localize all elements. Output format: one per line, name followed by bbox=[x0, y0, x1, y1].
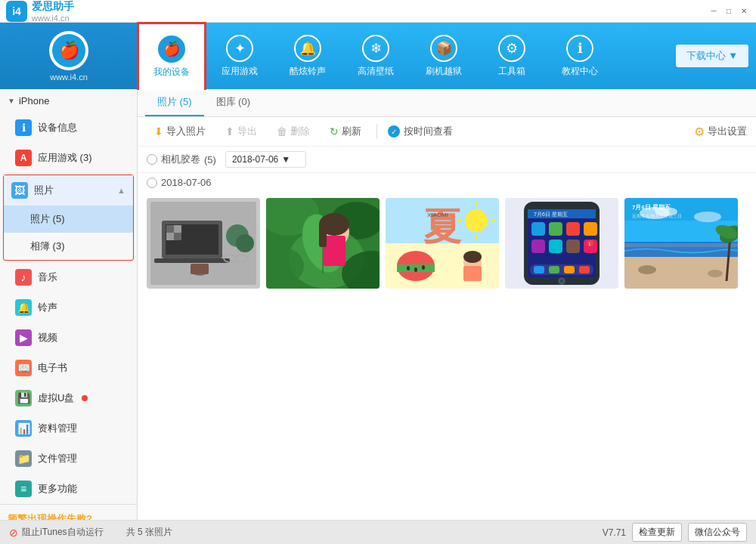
device-arrow-icon: ▼ bbox=[8, 97, 15, 105]
data-mgr-sidebar-icon: 📊 bbox=[15, 420, 32, 437]
sidebar-music-label: 音乐 bbox=[38, 270, 57, 284]
delete-button[interactable]: 🗑 删除 bbox=[269, 122, 318, 141]
more-sidebar-icon: ≡ bbox=[15, 481, 32, 497]
sidebar-item-apps[interactable]: A 应用游戏 (3) bbox=[0, 143, 137, 173]
content-toolbar: ⬇ 导入照片 ⬆ 导出 🗑 删除 ↻ 刷新 ✓ 按时间查看 ⚙ 导出 bbox=[138, 117, 756, 147]
device-info-icon: ℹ bbox=[15, 119, 32, 136]
photo-item-2[interactable] bbox=[266, 198, 380, 289]
sidebar-more-label: 更多功能 bbox=[38, 482, 77, 496]
check-update-button[interactable]: 检查更新 bbox=[632, 523, 682, 542]
sidebar-item-data-mgr[interactable]: 📊 资料管理 bbox=[0, 413, 137, 444]
nav-item-toolbox-label: 工具箱 bbox=[498, 65, 525, 78]
nav-item-wallpaper[interactable]: ❄ 高清壁纸 bbox=[342, 23, 410, 89]
sidebar-item-udisk[interactable]: 💾 虚拟U盘 bbox=[0, 383, 137, 413]
svg-rect-55 bbox=[531, 240, 545, 253]
udisk-badge bbox=[82, 395, 88, 401]
svg-text:7月6日 星期五: 7月6日 星期五 bbox=[632, 204, 671, 211]
sidebar-device-info-label: 设备信息 bbox=[38, 121, 77, 134]
nav-logo: 🍎 www.i4.cn bbox=[0, 23, 138, 89]
weixin-button[interactable]: 微信公众号 bbox=[688, 523, 747, 542]
sidebar-item-video[interactable]: ▶ 视频 bbox=[0, 323, 137, 353]
itunes-label: 阻止iTunes自动运行 bbox=[22, 526, 104, 539]
nav-item-my-device-label: 我的设备 bbox=[153, 66, 190, 79]
sidebar-device-name: iPhone bbox=[19, 95, 49, 107]
export-settings-button[interactable]: ⚙ 导出设置 bbox=[694, 125, 747, 139]
refresh-button[interactable]: ↻ 刷新 bbox=[322, 122, 369, 141]
status-itunes[interactable]: ⊘ 阻止iTunes自动运行 bbox=[9, 526, 104, 539]
sidebar-item-device-info[interactable]: ℹ 设备信息 bbox=[0, 113, 137, 143]
sidebar-item-file-mgr[interactable]: 📁 文件管理 bbox=[0, 444, 137, 474]
date-dropdown-icon: ▼ bbox=[281, 154, 290, 165]
sidebar: ▼ iPhone ℹ 设备信息 A 应用游戏 (3) 🖼 照片 ▲ 照片 (5) bbox=[0, 89, 138, 520]
svg-rect-4 bbox=[154, 258, 230, 263]
svg-point-79 bbox=[638, 265, 656, 274]
sidebar-video-label: 视频 bbox=[38, 331, 57, 345]
svg-point-73 bbox=[694, 212, 721, 222]
sidebar-device-row[interactable]: ▼ iPhone bbox=[0, 89, 137, 113]
import-icon: ⬇ bbox=[154, 125, 163, 138]
sidebar-item-photos-group[interactable]: 🖼 照片 ▲ bbox=[4, 175, 133, 206]
nav-logo-inner: 🍎 bbox=[52, 34, 85, 67]
nav-item-jailbreak[interactable]: 📦 刷机越狱 bbox=[410, 23, 478, 89]
nav-item-apps[interactable]: ✦ 应用游戏 bbox=[206, 23, 274, 89]
nav-item-tutorial[interactable]: ℹ 教程中心 bbox=[546, 23, 614, 89]
svg-text:1: 1 bbox=[589, 242, 591, 246]
titlebar: i4 爱思助手 www.i4.cn ─ □ ✕ bbox=[0, 0, 756, 23]
wallpaper-icon: ❄ bbox=[362, 35, 389, 62]
nav-logo-brand: www.i4.cn bbox=[50, 73, 88, 82]
photo-item-4[interactable]: 7月6日 星期五 1 bbox=[505, 198, 618, 289]
photo-item-3[interactable]: 夏 XIAOMI bbox=[386, 198, 499, 289]
sidebar-albums-sub-label: 相簿 (3) bbox=[30, 240, 65, 253]
svg-rect-64 bbox=[564, 266, 575, 274]
svg-rect-15 bbox=[174, 233, 181, 240]
download-center-button[interactable]: 下载中心 ▼ bbox=[676, 45, 748, 67]
problem-button[interactable]: 频繁出现操作失败? bbox=[8, 512, 92, 520]
filter-row: 相机胶卷 (5) 2018-07-06 ▼ bbox=[138, 147, 756, 173]
ringtones-icon: 🔔 bbox=[294, 35, 321, 62]
close-button[interactable]: ✕ bbox=[738, 5, 750, 17]
window-controls: ─ □ ✕ bbox=[708, 5, 750, 17]
ringtones-sidebar-icon: 🔔 bbox=[15, 299, 32, 316]
sidebar-item-music[interactable]: ♪ 音乐 bbox=[0, 262, 137, 292]
svg-point-36 bbox=[414, 267, 417, 272]
camera-roll-radio-circle bbox=[147, 154, 157, 165]
delete-icon: 🗑 bbox=[277, 125, 287, 138]
sidebar-photos-label: 照片 bbox=[34, 184, 54, 197]
sidebar-item-more[interactable]: ≡ 更多功能 bbox=[0, 474, 137, 504]
date-group-radio[interactable] bbox=[147, 178, 157, 188]
svg-text:近期常去地点五月花三日: 近期常去地点五月花三日 bbox=[632, 214, 682, 218]
tab-gallery[interactable]: 图库 (0) bbox=[204, 89, 263, 116]
nav-item-jailbreak-label: 刷机越狱 bbox=[426, 65, 462, 78]
photo-item-5[interactable]: 7月6日 星期五 近期常去地点五月花三日 bbox=[624, 198, 738, 289]
status-photo-count: 共 5 张照片 bbox=[126, 526, 172, 539]
nav-logo-circle: 🍎 bbox=[49, 31, 88, 70]
sidebar-item-albums-sub[interactable]: 相簿 (3) bbox=[4, 233, 133, 260]
file-mgr-sidebar-icon: 📁 bbox=[15, 450, 32, 467]
status-right-area: V7.71 检查更新 微信公众号 bbox=[603, 523, 747, 542]
video-sidebar-icon: ▶ bbox=[15, 329, 32, 346]
export-button[interactable]: ⬆ 导出 bbox=[218, 122, 265, 141]
maximize-button[interactable]: □ bbox=[723, 5, 735, 17]
photo-item-1[interactable] bbox=[147, 198, 260, 289]
minimize-button[interactable]: ─ bbox=[708, 5, 720, 17]
toolbox-icon: ⚙ bbox=[498, 35, 525, 62]
date-select[interactable]: 2018-07-06 ▼ bbox=[225, 151, 306, 168]
sidebar-item-ringtones[interactable]: 🔔 铃声 bbox=[0, 292, 137, 323]
nav-item-ringtones[interactable]: 🔔 酷炫铃声 bbox=[274, 23, 342, 89]
import-photos-button[interactable]: ⬇ 导入照片 bbox=[147, 122, 213, 141]
time-view-checkbox[interactable]: ✓ 按时间查看 bbox=[388, 125, 453, 138]
tutorial-icon: ℹ bbox=[566, 35, 593, 62]
sidebar-item-ebook[interactable]: 📖 电子书 bbox=[0, 353, 137, 383]
svg-rect-62 bbox=[534, 266, 544, 274]
camera-roll-radio[interactable]: 相机胶卷 (5) bbox=[147, 153, 216, 166]
nav-item-my-device[interactable]: 🍎 我的设备 bbox=[138, 23, 206, 89]
tab-photos[interactable]: 照片 (5) bbox=[145, 89, 204, 116]
sidebar-item-photos-sub[interactable]: 照片 (5) bbox=[4, 206, 133, 233]
svg-rect-63 bbox=[549, 266, 559, 274]
svg-point-80 bbox=[708, 270, 723, 277]
toolbar-separator bbox=[376, 124, 377, 139]
udisk-sidebar-icon: 💾 bbox=[15, 390, 32, 406]
svg-rect-27 bbox=[319, 224, 327, 247]
nav-right: 下载中心 ▼ bbox=[676, 23, 756, 89]
nav-item-toolbox[interactable]: ⚙ 工具箱 bbox=[478, 23, 546, 89]
